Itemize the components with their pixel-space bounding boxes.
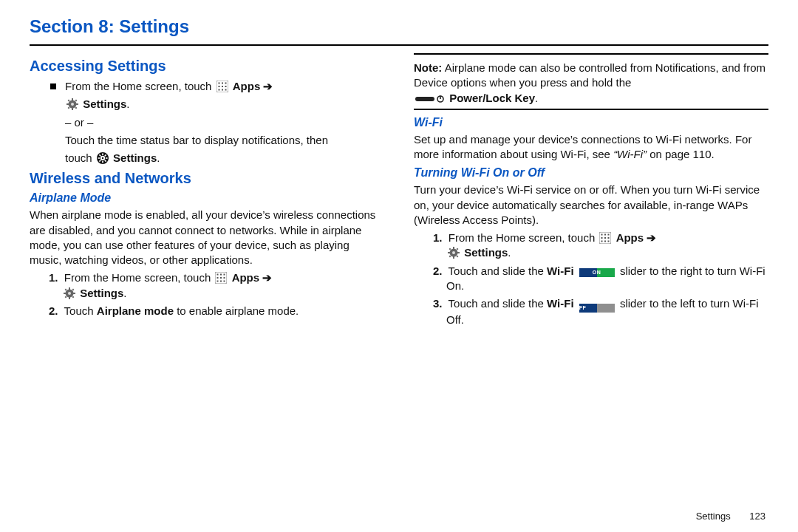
apps-label: Apps	[233, 80, 261, 92]
settings-label: Settings	[464, 246, 508, 259]
footer-label: Settings	[696, 511, 731, 522]
bullet-square-icon	[50, 83, 56, 89]
left-column: Accessing Settings From the Home screen,…	[30, 53, 384, 330]
note-label: Note:	[414, 61, 442, 74]
step-number: 1.	[433, 231, 443, 244]
heading-accessing-settings: Accessing Settings	[30, 58, 384, 75]
subheading-airplane-mode: Airplane Mode	[30, 191, 384, 205]
apps-icon	[215, 272, 227, 284]
gear-icon	[64, 287, 75, 299]
apps-label: Apps	[616, 231, 644, 244]
airplane-step-1: 1. From the Home screen, touch Apps ➔ Se…	[30, 270, 384, 301]
wifi-label: Wi-Fi	[547, 297, 574, 310]
apps-icon	[216, 81, 228, 92]
wifi-description: Set up and manage your device’s connecti…	[414, 132, 768, 163]
text: From the Home screen, touch	[65, 80, 211, 92]
text: Touch and slide the	[449, 297, 544, 310]
gear-icon	[66, 98, 78, 110]
text: on page 110.	[649, 148, 715, 160]
arrow-icon: ➔	[263, 80, 273, 92]
wifi-reference: “Wi-Fi”	[613, 148, 647, 160]
apps-label: Apps	[232, 271, 260, 284]
touch-settings: touch Settings.	[30, 151, 384, 166]
settings-label: Settings	[80, 287, 123, 299]
wifi-step-1: 1. From the Home screen, touch Apps ➔ Se…	[414, 231, 768, 261]
airplane-mode-label: Airplane mode	[97, 304, 174, 317]
page-number: 123	[749, 511, 765, 522]
subheading-turning-wifi: Turning Wi-Fi On or Off	[414, 166, 768, 180]
power-key-icon	[415, 95, 445, 103]
page-footer: Settings 123	[696, 511, 765, 522]
text: touch	[65, 151, 92, 164]
text: Touch	[64, 304, 94, 317]
arrow-icon: ➔	[262, 271, 272, 284]
apps-icon	[599, 232, 611, 244]
gear-circle-icon	[97, 152, 109, 164]
wifi-on-slider-icon: ON	[579, 268, 615, 277]
note-top-rule	[414, 53, 768, 55]
text: to enable airplane mode.	[177, 304, 299, 317]
wifi-toggle-description: Turn your device’s Wi-Fi service on or o…	[414, 183, 768, 228]
text: Touch the time status bar to display not…	[65, 134, 328, 146]
note-bottom-rule	[414, 109, 768, 110]
airplane-step-2: 2. Touch Airplane mode to enable airplan…	[30, 304, 384, 318]
text: From the Home screen, touch	[449, 231, 595, 244]
power-lock-key-label: Power/Lock Key	[449, 92, 535, 104]
settings-line: Settings.	[30, 97, 384, 112]
bullet-from-home: From the Home screen, touch Apps ➔	[30, 79, 384, 94]
wifi-step-2: 2. Touch and slide the Wi-Fi ON slider t…	[414, 264, 768, 294]
subheading-wifi: Wi-Fi	[414, 116, 768, 129]
wifi-label: Wi-Fi	[547, 265, 574, 277]
step-number: 1.	[49, 271, 58, 284]
or-text: – or –	[30, 115, 384, 130]
step-number: 3.	[433, 297, 443, 310]
gear-icon	[448, 247, 460, 259]
settings-label: Settings	[83, 98, 126, 110]
text: From the Home screen, touch	[64, 271, 211, 284]
step-number: 2.	[49, 304, 58, 317]
wifi-off-slider-icon: OFF	[579, 304, 615, 313]
page-title: Section 8: Settings	[30, 16, 768, 37]
text: Touch and slide the	[449, 265, 544, 277]
arrow-icon: ➔	[647, 231, 656, 244]
touch-status-bar: Touch the time status bar to display not…	[30, 133, 384, 148]
settings-label: Settings	[113, 151, 157, 164]
step-number: 2.	[433, 265, 443, 277]
note-text: Airplane mode can also be controlled fro…	[414, 61, 765, 89]
heading-wireless-networks: Wireless and Networks	[30, 170, 384, 187]
right-column: Note: Airplane mode can also be controll…	[414, 53, 768, 330]
divider	[30, 44, 768, 46]
airplane-description: When airplane mode is enabled, all your …	[30, 208, 384, 267]
note-paragraph: Note: Airplane mode can also be controll…	[414, 61, 768, 106]
wifi-step-3: 3. Touch and slide the Wi-Fi OFF slider …	[414, 296, 768, 327]
